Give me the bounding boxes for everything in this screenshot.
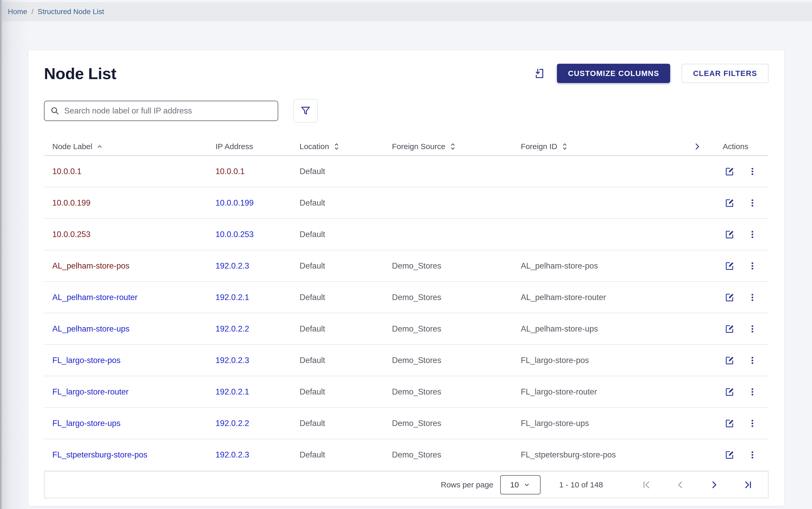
ip-address-cell: 192.0.2.2	[215, 324, 300, 334]
edit-node-button[interactable]	[724, 198, 735, 208]
ip-address-link[interactable]: 10.0.0.253	[215, 230, 254, 239]
ip-address-link[interactable]: 192.0.2.3	[215, 450, 249, 459]
breadcrumb-separator: /	[32, 7, 34, 16]
edit-node-button[interactable]	[724, 450, 735, 460]
edit-node-button[interactable]	[724, 418, 735, 429]
left-edge-shadow	[0, 0, 29, 509]
breadcrumb: Home / Structured Node List	[2, 2, 812, 21]
breadcrumb-home-link[interactable]: Home	[8, 7, 27, 16]
column-header-node-label[interactable]: Node Label	[44, 142, 215, 151]
actions-cell	[723, 387, 796, 397]
foreign-id-cell: AL_pelham-store-ups	[521, 324, 692, 334]
column-header-foreign-source[interactable]: Foreign Source	[392, 142, 521, 151]
location-cell: Default	[300, 324, 392, 334]
ip-address-link[interactable]: 192.0.2.2	[215, 419, 249, 428]
last-page-button[interactable]	[738, 480, 757, 490]
node-label-cell: FL_largo-store-ups	[44, 419, 215, 428]
ip-address-link[interactable]: 192.0.2.3	[215, 356, 249, 365]
node-label-link[interactable]: 10.0.0.1	[52, 167, 81, 176]
node-label-cell: FL_largo-store-router	[44, 387, 215, 397]
row-menu-button[interactable]	[748, 450, 757, 460]
kebab-menu-icon	[748, 230, 757, 239]
row-menu-button[interactable]	[748, 167, 757, 176]
row-menu-button[interactable]	[748, 387, 757, 397]
column-header-location[interactable]: Location	[300, 142, 392, 151]
page-title: Node List	[44, 64, 116, 83]
node-label-link[interactable]: FL_largo-store-ups	[52, 419, 121, 428]
clear-filters-button[interactable]: CLEAR FILTERS	[682, 64, 769, 83]
node-label-link[interactable]: 10.0.0.253	[52, 230, 91, 239]
foreign-id-cell: FL_largo-store-pos	[521, 356, 692, 365]
row-menu-button[interactable]	[748, 293, 757, 302]
node-label-link[interactable]: FL_largo-store-pos	[52, 356, 121, 365]
actions-cell	[723, 418, 796, 429]
export-button[interactable]	[534, 67, 545, 79]
search-input[interactable]	[64, 106, 272, 115]
ip-address-link[interactable]: 192.0.2.1	[215, 293, 249, 302]
table-row: 10.0.0.199 10.0.0.199 Default	[44, 188, 769, 219]
row-menu-button[interactable]	[748, 261, 757, 271]
breadcrumb-current-link[interactable]: Structured Node List	[37, 7, 104, 16]
previous-page-button[interactable]	[671, 480, 690, 490]
rows-per-page-select[interactable]: 10	[500, 475, 541, 495]
edit-node-button[interactable]	[724, 166, 735, 177]
first-page-button[interactable]	[637, 480, 656, 490]
kebab-menu-icon	[748, 419, 757, 428]
row-menu-button[interactable]	[748, 324, 757, 334]
ip-address-link[interactable]: 10.0.0.1	[215, 167, 245, 176]
row-menu-button[interactable]	[748, 230, 757, 239]
sort-asc-icon	[96, 143, 104, 150]
node-label-link[interactable]: AL_pelham-store-ups	[52, 324, 129, 333]
file-download-icon	[534, 67, 545, 79]
table-body: 10.0.0.1 10.0.0.1 Default	[44, 156, 769, 471]
table-row: AL_pelham-store-pos 192.0.2.3 Default De…	[44, 250, 769, 282]
edit-node-button[interactable]	[724, 324, 735, 334]
foreign-id-cell: FL_stpetersburg-store-pos	[521, 450, 692, 460]
row-menu-button[interactable]	[748, 356, 757, 365]
pagination-range: 1 - 10 of 148	[559, 480, 603, 489]
expand-columns-button[interactable]	[692, 142, 723, 151]
kebab-menu-icon	[748, 356, 757, 365]
table-row: 10.0.0.253 10.0.0.253 Default	[44, 219, 769, 250]
ip-address-link[interactable]: 10.0.0.199	[215, 198, 254, 207]
filter-funnel-icon	[300, 105, 311, 116]
row-menu-button[interactable]	[748, 198, 757, 208]
edit-node-button[interactable]	[724, 355, 735, 366]
ip-address-link[interactable]: 192.0.2.2	[215, 324, 249, 333]
ip-address-cell: 10.0.0.1	[215, 167, 300, 176]
chevron-left-icon	[675, 480, 685, 490]
node-label-cell: 10.0.0.253	[44, 230, 215, 239]
edit-node-button[interactable]	[724, 292, 735, 303]
node-label-link[interactable]: AL_pelham-store-pos	[52, 261, 129, 270]
column-header-actions: Actions	[723, 142, 796, 151]
foreign-id-cell: AL_pelham-store-router	[521, 293, 692, 302]
ip-address-link[interactable]: 192.0.2.1	[215, 387, 249, 396]
node-table: Node Label IP Address Location	[44, 138, 769, 471]
column-header-foreign-id[interactable]: Foreign ID	[521, 142, 692, 151]
ip-address-link[interactable]: 192.0.2.3	[215, 261, 249, 270]
edit-node-button[interactable]	[724, 229, 735, 240]
location-cell: Default	[300, 261, 392, 271]
filter-button[interactable]	[293, 99, 318, 123]
node-label-link[interactable]: FL_stpetersburg-store-pos	[52, 450, 147, 459]
edit-node-button[interactable]	[724, 387, 735, 397]
chevron-down-icon	[523, 481, 531, 488]
foreign-source-cell: Demo_Stores	[392, 293, 521, 302]
edit-node-button[interactable]	[724, 261, 735, 271]
node-label-cell: AL_pelham-store-ups	[44, 324, 215, 334]
location-cell: Default	[300, 198, 392, 208]
location-cell: Default	[300, 356, 392, 365]
row-menu-button[interactable]	[748, 419, 757, 428]
next-page-button[interactable]	[705, 480, 724, 490]
node-label-link[interactable]: AL_pelham-store-router	[52, 293, 137, 302]
location-cell: Default	[300, 387, 392, 397]
kebab-menu-icon	[748, 198, 757, 208]
actions-cell	[723, 450, 796, 460]
node-label-link[interactable]: FL_largo-store-router	[52, 387, 129, 396]
ip-address-cell: 192.0.2.2	[215, 419, 300, 428]
kebab-menu-icon	[748, 293, 757, 302]
chevron-right-icon	[692, 142, 701, 151]
node-label-link[interactable]: 10.0.0.199	[52, 198, 91, 207]
customize-columns-button[interactable]: CUSTOMIZE COLUMNS	[557, 64, 670, 83]
edit-pencil-icon	[724, 166, 735, 177]
